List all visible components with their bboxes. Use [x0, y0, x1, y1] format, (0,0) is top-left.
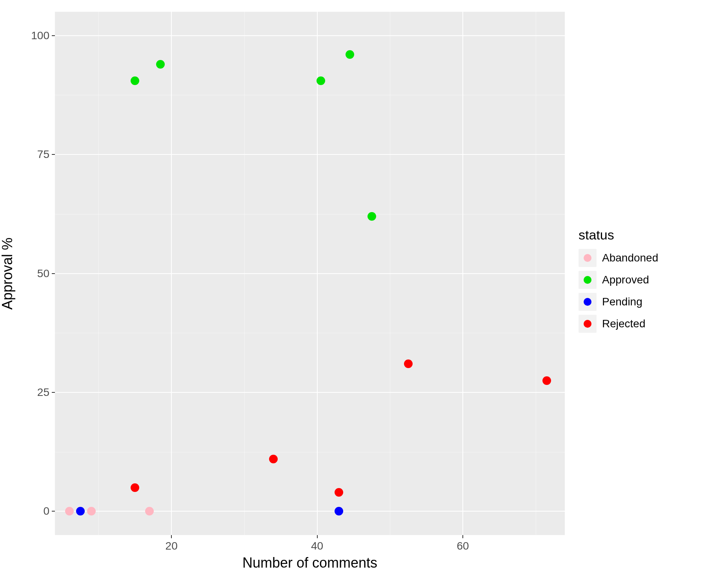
legend-swatch	[579, 293, 597, 311]
tick-mark-x	[171, 535, 172, 538]
x-tick-label: 20	[166, 540, 178, 552]
legend-dot-icon	[584, 276, 591, 284]
gridline-minor-h	[55, 214, 565, 214]
data-point	[65, 507, 74, 515]
tick-mark-y	[52, 392, 55, 393]
gridline-minor-h	[55, 333, 565, 333]
data-point	[368, 212, 376, 221]
gridline-major-h	[55, 392, 565, 393]
y-tick-label: 75	[37, 148, 49, 161]
gridline-minor-h	[55, 95, 565, 95]
y-tick-label: 50	[37, 267, 49, 280]
tick-mark-x	[317, 535, 318, 538]
data-point	[542, 376, 551, 385]
data-point	[76, 507, 85, 515]
legend-swatch	[579, 315, 597, 333]
data-point	[269, 455, 278, 463]
data-point	[346, 50, 354, 59]
legend-dot-icon	[584, 254, 591, 262]
gridline-major-h	[55, 511, 565, 512]
gridline-major-h	[55, 273, 565, 274]
y-tick-label: 0	[43, 505, 49, 517]
legend-swatch	[579, 249, 597, 267]
legend: status AbandonedApprovedPendingRejected	[579, 227, 658, 337]
data-point	[404, 359, 413, 368]
data-point	[131, 76, 139, 85]
tick-mark-y	[52, 273, 55, 274]
x-tick-label: 60	[457, 540, 469, 552]
y-tick-label: 25	[37, 386, 49, 399]
legend-label: Pending	[602, 296, 642, 308]
gridline-minor-h	[55, 452, 565, 452]
data-point	[145, 507, 154, 515]
gridline-major-h	[55, 35, 565, 36]
legend-swatch	[579, 271, 597, 289]
tick-mark-y	[52, 154, 55, 155]
data-point	[131, 483, 139, 492]
x-axis-title: Number of comments	[242, 555, 377, 571]
tick-mark-y	[52, 35, 55, 36]
legend-label: Abandoned	[602, 252, 658, 264]
legend-item: Approved	[579, 271, 658, 289]
data-point	[317, 76, 325, 85]
legend-item: Abandoned	[579, 249, 658, 267]
legend-item: Rejected	[579, 315, 658, 333]
legend-label: Approved	[602, 274, 649, 286]
legend-label: Rejected	[602, 318, 646, 330]
data-point	[87, 507, 96, 515]
plot-panel	[55, 12, 565, 535]
y-axis-title: Approval %	[0, 237, 16, 309]
legend-title: status	[579, 227, 658, 243]
legend-dot-icon	[584, 298, 591, 306]
x-tick-label: 40	[311, 540, 323, 552]
tick-mark-y	[52, 511, 55, 512]
tick-mark-x	[462, 535, 463, 538]
data-point	[335, 507, 343, 515]
data-point	[156, 60, 165, 69]
gridline-major-h	[55, 154, 565, 155]
legend-item: Pending	[579, 293, 658, 311]
scatter-chart: Approval % Number of comments status Aba…	[0, 0, 706, 588]
legend-dot-icon	[584, 320, 591, 328]
y-tick-label: 100	[31, 29, 49, 42]
data-point	[335, 488, 343, 497]
